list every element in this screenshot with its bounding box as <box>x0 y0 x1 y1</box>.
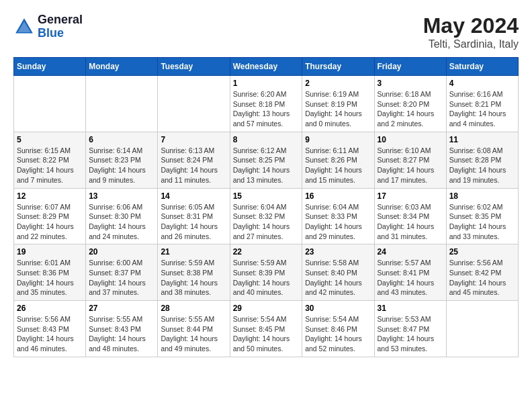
calendar-day-19: 19Sunrise: 6:01 AM Sunset: 8:36 PM Dayli… <box>14 244 86 301</box>
calendar-day-17: 17Sunrise: 6:03 AM Sunset: 8:34 PM Dayli… <box>374 188 446 244</box>
day-info: Sunrise: 6:19 AM Sunset: 8:19 PM Dayligh… <box>305 89 371 129</box>
day-number: 24 <box>378 247 443 257</box>
calendar-day-1: 1Sunrise: 6:20 AM Sunset: 8:18 PM Daylig… <box>230 76 302 132</box>
day-number: 28 <box>161 304 226 313</box>
day-number: 27 <box>89 304 154 313</box>
day-info: Sunrise: 6:18 AM Sunset: 8:20 PM Dayligh… <box>378 89 443 129</box>
logo-line1: General <box>38 13 83 27</box>
day-number: 7 <box>161 135 226 144</box>
day-info: Sunrise: 6:01 AM Sunset: 8:36 PM Dayligh… <box>17 258 83 298</box>
calendar-week-row: 19Sunrise: 6:01 AM Sunset: 8:36 PM Dayli… <box>14 244 519 301</box>
day-number: 11 <box>449 135 515 144</box>
calendar-day-29: 29Sunrise: 5:54 AM Sunset: 8:45 PM Dayli… <box>230 301 302 357</box>
day-info: Sunrise: 6:14 AM Sunset: 8:23 PM Dayligh… <box>89 146 154 185</box>
day-number: 6 <box>89 135 154 144</box>
day-number: 14 <box>161 191 226 201</box>
logo: General Blue <box>13 13 83 40</box>
day-info: Sunrise: 6:05 AM Sunset: 8:31 PM Dayligh… <box>161 202 226 242</box>
weekday-header-monday: Monday <box>86 58 158 76</box>
calendar-day-14: 14Sunrise: 6:05 AM Sunset: 8:31 PM Dayli… <box>158 188 230 244</box>
day-info: Sunrise: 6:03 AM Sunset: 8:34 PM Dayligh… <box>378 202 443 242</box>
calendar-day-5: 5Sunrise: 6:15 AM Sunset: 8:22 PM Daylig… <box>14 132 86 188</box>
location-subtitle: Telti, Sardinia, Italy <box>423 38 519 50</box>
day-info: Sunrise: 5:58 AM Sunset: 8:40 PM Dayligh… <box>305 258 371 298</box>
day-number: 25 <box>449 247 515 257</box>
day-number: 26 <box>17 304 83 313</box>
weekday-header-friday: Friday <box>374 58 446 76</box>
day-number: 12 <box>17 191 83 201</box>
calendar-week-row: 26Sunrise: 5:56 AM Sunset: 8:43 PM Dayli… <box>14 301 519 357</box>
weekday-header-tuesday: Tuesday <box>158 58 230 76</box>
calendar-day-31: 31Sunrise: 5:53 AM Sunset: 8:47 PM Dayli… <box>374 301 446 357</box>
day-info: Sunrise: 6:07 AM Sunset: 8:29 PM Dayligh… <box>17 202 83 242</box>
day-number: 8 <box>233 135 300 144</box>
calendar-day-16: 16Sunrise: 6:04 AM Sunset: 8:33 PM Dayli… <box>302 188 374 244</box>
day-number: 1 <box>233 79 300 88</box>
page-header: General Blue May 2024 Telti, Sardinia, I… <box>13 13 519 50</box>
empty-day-cell <box>86 76 158 132</box>
day-number: 22 <box>233 247 300 257</box>
day-info: Sunrise: 6:02 AM Sunset: 8:35 PM Dayligh… <box>449 202 515 242</box>
calendar-day-21: 21Sunrise: 5:59 AM Sunset: 8:38 PM Dayli… <box>158 244 230 301</box>
calendar-day-2: 2Sunrise: 6:19 AM Sunset: 8:19 PM Daylig… <box>302 76 374 132</box>
day-number: 19 <box>17 247 83 257</box>
weekday-header-thursday: Thursday <box>302 58 374 76</box>
calendar-day-26: 26Sunrise: 5:56 AM Sunset: 8:43 PM Dayli… <box>14 301 86 357</box>
calendar-day-28: 28Sunrise: 5:55 AM Sunset: 8:44 PM Dayli… <box>158 301 230 357</box>
calendar-week-row: 1Sunrise: 6:20 AM Sunset: 8:18 PM Daylig… <box>14 76 519 132</box>
calendar-day-11: 11Sunrise: 6:08 AM Sunset: 8:28 PM Dayli… <box>446 132 518 188</box>
day-info: Sunrise: 5:56 AM Sunset: 8:42 PM Dayligh… <box>449 258 515 298</box>
calendar-day-20: 20Sunrise: 6:00 AM Sunset: 8:37 PM Dayli… <box>86 244 158 301</box>
empty-day-cell <box>446 301 518 357</box>
weekday-header-sunday: Sunday <box>14 58 86 76</box>
logo-text: General Blue <box>38 13 83 40</box>
day-info: Sunrise: 6:20 AM Sunset: 8:18 PM Dayligh… <box>233 89 300 129</box>
day-number: 5 <box>17 135 83 144</box>
calendar-table: SundayMondayTuesdayWednesdayThursdayFrid… <box>13 57 519 357</box>
calendar-week-row: 5Sunrise: 6:15 AM Sunset: 8:22 PM Daylig… <box>14 132 519 188</box>
day-info: Sunrise: 5:55 AM Sunset: 8:44 PM Dayligh… <box>161 314 226 354</box>
day-number: 9 <box>305 135 371 144</box>
calendar-header-row: SundayMondayTuesdayWednesdayThursdayFrid… <box>14 58 519 76</box>
logo-line2: Blue <box>38 27 83 40</box>
day-info: Sunrise: 5:57 AM Sunset: 8:41 PM Dayligh… <box>378 258 443 298</box>
calendar-day-6: 6Sunrise: 6:14 AM Sunset: 8:23 PM Daylig… <box>86 132 158 188</box>
calendar-day-12: 12Sunrise: 6:07 AM Sunset: 8:29 PM Dayli… <box>14 188 86 244</box>
empty-day-cell <box>14 76 86 132</box>
calendar-week-row: 12Sunrise: 6:07 AM Sunset: 8:29 PM Dayli… <box>14 188 519 244</box>
day-info: Sunrise: 5:56 AM Sunset: 8:43 PM Dayligh… <box>17 314 83 354</box>
day-number: 4 <box>449 79 515 88</box>
day-info: Sunrise: 6:08 AM Sunset: 8:28 PM Dayligh… <box>449 146 515 185</box>
calendar-day-13: 13Sunrise: 6:06 AM Sunset: 8:30 PM Dayli… <box>86 188 158 244</box>
day-number: 17 <box>378 191 443 201</box>
day-number: 15 <box>233 191 300 201</box>
day-number: 3 <box>378 79 443 88</box>
day-number: 31 <box>378 304 443 313</box>
day-number: 29 <box>233 304 300 313</box>
day-number: 16 <box>305 191 371 201</box>
calendar-day-8: 8Sunrise: 6:12 AM Sunset: 8:25 PM Daylig… <box>230 132 302 188</box>
day-info: Sunrise: 5:59 AM Sunset: 8:38 PM Dayligh… <box>161 258 226 298</box>
calendar-day-3: 3Sunrise: 6:18 AM Sunset: 8:20 PM Daylig… <box>374 76 446 132</box>
day-info: Sunrise: 5:54 AM Sunset: 8:45 PM Dayligh… <box>233 314 300 354</box>
calendar-day-7: 7Sunrise: 6:13 AM Sunset: 8:24 PM Daylig… <box>158 132 230 188</box>
empty-day-cell <box>158 76 230 132</box>
calendar-day-24: 24Sunrise: 5:57 AM Sunset: 8:41 PM Dayli… <box>374 244 446 301</box>
day-info: Sunrise: 5:59 AM Sunset: 8:39 PM Dayligh… <box>233 258 300 298</box>
day-info: Sunrise: 6:11 AM Sunset: 8:26 PM Dayligh… <box>305 146 371 185</box>
day-info: Sunrise: 6:10 AM Sunset: 8:27 PM Dayligh… <box>378 146 443 185</box>
day-number: 13 <box>89 191 154 201</box>
day-info: Sunrise: 5:55 AM Sunset: 8:43 PM Dayligh… <box>89 314 154 354</box>
day-number: 21 <box>161 247 226 257</box>
day-info: Sunrise: 6:12 AM Sunset: 8:25 PM Dayligh… <box>233 146 300 185</box>
day-info: Sunrise: 6:15 AM Sunset: 8:22 PM Dayligh… <box>17 146 83 185</box>
calendar-day-23: 23Sunrise: 5:58 AM Sunset: 8:40 PM Dayli… <box>302 244 374 301</box>
day-info: Sunrise: 5:54 AM Sunset: 8:46 PM Dayligh… <box>305 314 371 354</box>
day-number: 18 <box>449 191 515 201</box>
day-number: 20 <box>89 247 154 257</box>
calendar-day-22: 22Sunrise: 5:59 AM Sunset: 8:39 PM Dayli… <box>230 244 302 301</box>
calendar-day-25: 25Sunrise: 5:56 AM Sunset: 8:42 PM Dayli… <box>446 244 518 301</box>
calendar-day-30: 30Sunrise: 5:54 AM Sunset: 8:46 PM Dayli… <box>302 301 374 357</box>
logo-icon <box>13 16 35 38</box>
month-year-title: May 2024 <box>423 13 519 38</box>
